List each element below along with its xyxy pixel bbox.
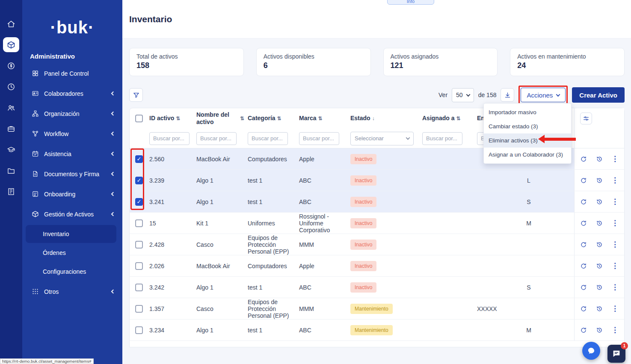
briefcase-icon[interactable] xyxy=(3,121,19,136)
column-header-nombre[interactable]: Nombre del activo⇅ xyxy=(196,111,248,126)
row-checkbox[interactable]: ✓ xyxy=(135,241,143,249)
cell-categoria: Equipos de Protección Personal (EPP) xyxy=(248,234,299,255)
column-header-id[interactable]: ID activo⇅ xyxy=(148,115,196,122)
buk-logo: ·buk· xyxy=(22,18,122,37)
sidebar-item-colaboradores[interactable]: Colaboradores xyxy=(22,83,122,104)
refresh-icon[interactable] xyxy=(580,284,587,291)
check-icon: ✓ xyxy=(137,178,142,183)
menu-item-asignar-colaborador[interactable]: Asignar a un Colaborador (3) xyxy=(484,148,571,162)
acciones-button[interactable]: Acciones xyxy=(521,88,566,102)
refresh-icon[interactable] xyxy=(580,177,587,184)
refresh-icon[interactable] xyxy=(580,220,587,227)
sidebar-item-workflow[interactable]: Workflow xyxy=(22,124,122,144)
menu-item-importador-masivo[interactable]: Importador masivo xyxy=(484,105,571,119)
folder-icon[interactable] xyxy=(3,163,19,178)
kebab-menu-icon[interactable]: ⋮ xyxy=(611,197,619,206)
kebab-menu-icon[interactable]: ⋮ xyxy=(611,326,619,334)
assets-icon[interactable] xyxy=(3,37,19,52)
cell-categoria: Equipos de Protección Personal (EPP) xyxy=(248,299,299,319)
history-icon[interactable] xyxy=(596,327,603,334)
sidebar-item-gestion-de-activos[interactable]: Gestión de Activos xyxy=(22,204,122,224)
download-button[interactable] xyxy=(501,88,514,102)
filter-marca-input[interactable] xyxy=(299,132,339,145)
kebab-menu-icon[interactable]: ⋮ xyxy=(611,283,619,292)
history-icon[interactable] xyxy=(596,241,603,248)
chevron-left-icon xyxy=(111,112,116,116)
row-checkbox[interactable]: ✓ xyxy=(135,155,143,163)
stats-row: Total de activos 158 Activos disponibles… xyxy=(129,48,625,76)
cell-categoria: test 1 xyxy=(248,198,299,205)
sidebar-item-asistencia[interactable]: Asistencia xyxy=(22,144,122,164)
column-header-categoria[interactable]: Categoría⇅ xyxy=(248,115,299,122)
history-icon[interactable] xyxy=(596,198,603,205)
refresh-icon[interactable] xyxy=(580,198,587,205)
asset-box-icon xyxy=(32,210,39,218)
chevron-left-icon xyxy=(111,192,116,196)
acciones-annotation-box: Acciones xyxy=(518,86,568,104)
filter-estado-select[interactable]: Seleccionar xyxy=(350,132,414,145)
clock-icon[interactable] xyxy=(3,79,19,94)
stat-card-disponibles: Activos disponibles 6 xyxy=(256,48,371,76)
history-icon[interactable] xyxy=(596,220,603,227)
support-chat-button[interactable]: 1 xyxy=(607,345,625,363)
sidebar-item-otros[interactable]: Otros xyxy=(22,281,122,302)
history-icon[interactable] xyxy=(596,263,603,269)
refresh-icon[interactable] xyxy=(580,305,587,312)
kebab-menu-icon[interactable]: ⋮ xyxy=(611,154,619,163)
row-checkbox[interactable]: ✓ xyxy=(135,305,143,313)
row-checkbox[interactable]: ✓ xyxy=(135,326,143,334)
building-icon[interactable] xyxy=(3,184,19,199)
history-icon[interactable] xyxy=(596,177,603,184)
kebab-menu-icon[interactable]: ⋮ xyxy=(611,219,619,228)
filter-nombre-input[interactable] xyxy=(196,132,237,145)
education-icon[interactable] xyxy=(3,142,19,157)
history-icon[interactable] xyxy=(596,284,603,291)
filter-categoria-input[interactable] xyxy=(248,132,288,145)
filter-button[interactable] xyxy=(129,88,143,102)
cell-marca: ABC xyxy=(299,198,350,205)
column-header-marca[interactable]: Marca⇅ xyxy=(299,115,350,122)
sidebar-item-organizacion[interactable]: Organización xyxy=(22,104,122,124)
sidebar-item-ordenes[interactable]: Órdenes xyxy=(26,244,116,262)
home-icon[interactable] xyxy=(3,16,19,31)
cell-categoria: test 1 xyxy=(248,327,299,334)
history-icon[interactable] xyxy=(596,305,603,312)
column-header-estado[interactable]: Estado↓ xyxy=(350,115,422,122)
refresh-icon[interactable] xyxy=(580,327,587,334)
sidebar-item-documentos-y-firma[interactable]: Documentos y Firma xyxy=(22,164,122,184)
row-checkbox[interactable]: ✓ xyxy=(135,177,143,184)
money-icon[interactable] xyxy=(3,58,19,73)
kebab-menu-icon[interactable]: ⋮ xyxy=(611,240,619,249)
row-checkbox[interactable]: ✓ xyxy=(135,262,143,270)
chevron-down-icon xyxy=(466,92,470,97)
column-header-asignado[interactable]: Asignado a⇅ xyxy=(422,115,477,122)
menu-item-cambiar-estado[interactable]: Cambiar estado (3) xyxy=(484,119,571,133)
row-checkbox[interactable]: ✓ xyxy=(135,198,143,206)
cell-talla: L xyxy=(515,177,545,184)
cell-categoria: Computadores xyxy=(248,156,299,163)
filter-id-input[interactable] xyxy=(149,132,190,145)
column-settings-button[interactable] xyxy=(580,112,592,124)
history-icon[interactable] xyxy=(596,156,603,163)
refresh-icon[interactable] xyxy=(580,263,587,269)
filter-asignado-input[interactable] xyxy=(422,132,462,145)
crear-activo-button[interactable]: Crear Activo xyxy=(572,87,625,103)
page-size-select[interactable]: 50 xyxy=(452,88,474,102)
cell-talla: S xyxy=(515,284,545,291)
chat-launcher-button[interactable] xyxy=(582,342,600,360)
cell-talla: M xyxy=(515,327,545,334)
sidebar-item-inventario[interactable]: Inventario xyxy=(26,225,116,243)
kebab-menu-icon[interactable]: ⋮ xyxy=(611,304,619,313)
select-all-checkbox[interactable]: ✓ xyxy=(135,115,143,122)
refresh-icon[interactable] xyxy=(580,156,587,163)
refresh-icon[interactable] xyxy=(580,241,587,248)
kebab-menu-icon[interactable]: ⋮ xyxy=(611,176,619,185)
people-icon[interactable] xyxy=(3,100,19,115)
sidebar-item-configuraciones[interactable]: Configuraciones xyxy=(26,263,116,281)
kebab-menu-icon[interactable]: ⋮ xyxy=(611,261,619,270)
sidebar-item-onboarding[interactable]: Onboarding xyxy=(22,184,122,204)
row-checkbox[interactable]: ✓ xyxy=(135,284,143,291)
sidebar-item-panel-de-control[interactable]: Panel de Control xyxy=(22,63,122,83)
row-checkbox[interactable]: ✓ xyxy=(135,219,143,227)
table-row: ✓ 3.241 Algo 1 test 1 ABC Inactivo S ⋮ xyxy=(130,191,624,213)
